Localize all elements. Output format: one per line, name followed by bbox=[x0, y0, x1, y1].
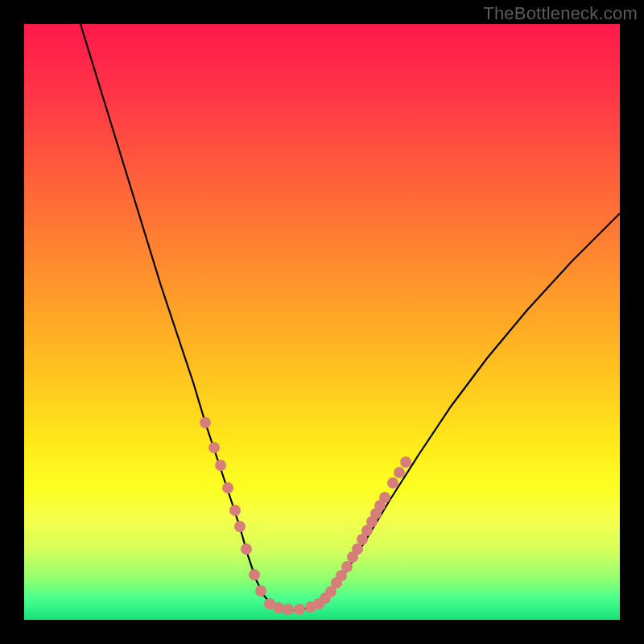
data-marker bbox=[341, 561, 353, 572]
data-marker bbox=[283, 604, 294, 615]
data-marker bbox=[294, 604, 305, 615]
data-marker bbox=[200, 417, 211, 428]
data-marker bbox=[249, 569, 260, 580]
bottleneck-curve bbox=[24, 24, 620, 620]
data-marker bbox=[229, 505, 241, 516]
data-marker bbox=[400, 456, 411, 468]
data-marker bbox=[215, 460, 226, 471]
data-marker bbox=[255, 585, 266, 597]
chart-frame bbox=[24, 24, 620, 620]
data-marker bbox=[222, 482, 233, 493]
data-marker bbox=[379, 492, 390, 503]
data-markers bbox=[200, 417, 411, 615]
data-marker bbox=[273, 602, 284, 613]
data-marker bbox=[387, 477, 398, 489]
watermark-text: TheBottleneck.com bbox=[483, 3, 638, 24]
data-marker bbox=[394, 467, 405, 478]
data-marker bbox=[352, 543, 363, 555]
data-marker bbox=[241, 543, 252, 555]
data-marker bbox=[208, 442, 220, 453]
data-marker bbox=[234, 521, 246, 532]
